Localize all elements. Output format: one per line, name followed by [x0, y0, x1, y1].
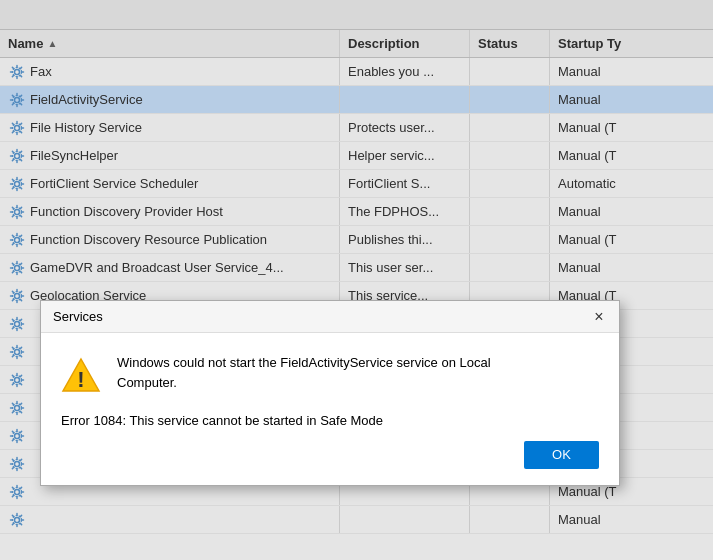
dialog-title: Services [53, 309, 103, 324]
dialog-close-button[interactable]: × [587, 306, 611, 328]
dialog-message: Windows could not start the FieldActivit… [117, 353, 599, 392]
dialog-message-line1: Windows could not start the FieldActivit… [117, 353, 599, 392]
dialog-titlebar: Services × [41, 301, 619, 333]
services-error-dialog: Services × ! Windows could not start the… [40, 300, 620, 486]
svg-text:!: ! [77, 367, 84, 392]
dialog-overlay: Services × ! Windows could not start the… [0, 0, 713, 560]
dialog-error: Error 1084: This service cannot be start… [61, 411, 599, 431]
dialog-footer: OK [61, 431, 599, 469]
dialog-ok-button[interactable]: OK [524, 441, 599, 469]
dialog-content: ! Windows could not start the FieldActiv… [61, 353, 599, 395]
warning-icon: ! [61, 355, 101, 395]
dialog-body: ! Windows could not start the FieldActiv… [41, 333, 619, 485]
